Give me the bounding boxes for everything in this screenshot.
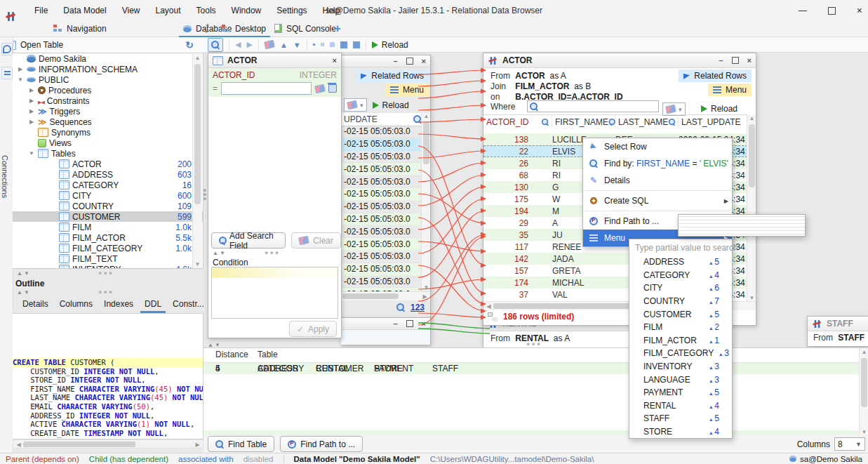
related-rows-button[interactable]: Related Rows — [356, 69, 429, 82]
table-menu-item[interactable]: CATEGORY 4 — [629, 269, 732, 282]
table-menu-item[interactable]: INVENTORY 3 — [629, 360, 732, 373]
related-rows-button[interactable]: Related Rows — [679, 69, 752, 82]
scroll-up-icon[interactable]: ▲ — [422, 113, 431, 119]
related-row[interactable]: -02-15 05:05:03.0 — [341, 188, 420, 201]
connection-list-button[interactable] — [1, 67, 13, 79]
related-row[interactable]: -02-15 05:05:03.0 — [341, 263, 420, 276]
menu-item[interactable]: Tools — [196, 6, 216, 15]
actor-window-titlebar[interactable]: ACTOR – × — [483, 53, 756, 68]
detail-tab[interactable]: Details — [18, 298, 53, 313]
related-row[interactable]: -02-15 05:05:03.0 — [341, 126, 420, 138]
scroll-up-icon[interactable]: ▲ — [193, 55, 202, 61]
menu-item[interactable]: File — [34, 6, 48, 15]
scroll-left-icon[interactable]: ◀ — [14, 442, 23, 448]
expand-arrow-icon[interactable]: ▶ — [28, 98, 35, 104]
zoom-select-button[interactable] — [208, 38, 223, 52]
scroll-thumb[interactable] — [861, 358, 867, 407]
open-table-button[interactable]: Open Table — [6, 40, 63, 50]
staff-titlebar[interactable]: STAFF — [808, 317, 868, 331]
tab-desktop[interactable]: Desktop — [218, 21, 270, 38]
where-input[interactable] — [527, 100, 659, 112]
scroll-right-icon[interactable]: ▶ — [420, 293, 429, 300]
tree-item[interactable]: CITY 600 — [13, 190, 203, 201]
zoom-level-4[interactable] — [340, 41, 347, 48]
closure-vscrollbar[interactable]: ▲ ▼ — [859, 348, 868, 436]
menu-item[interactable]: Window — [232, 6, 262, 15]
scroll-thumb[interactable] — [342, 293, 399, 299]
detail-tab[interactable]: Constr... — [168, 298, 208, 313]
closure-row[interactable]: 5 ADDRESSCUSTOMERPAYMENTSTAFF — [203, 363, 868, 374]
column-last-name[interactable]: LAST_NAME — [615, 115, 679, 128]
tab-new[interactable]: + — [330, 21, 345, 36]
panel-splitter-dots[interactable]: ●●● — [203, 188, 206, 201]
tree-item[interactable]: ACTOR 200 — [13, 159, 203, 169]
row-find-count[interactable]: 123 — [410, 303, 425, 312]
close-icon[interactable]: × — [747, 56, 752, 65]
reload-button[interactable]: Reload — [372, 40, 408, 50]
scroll-down-icon[interactable]: ▼ — [860, 429, 868, 435]
search-icon[interactable] — [608, 118, 612, 125]
tree-item[interactable]: FILM_CATEGORY 1.0k — [13, 243, 203, 253]
table-menu-item[interactable]: FILM 2 — [629, 321, 732, 334]
related-row[interactable]: -02-15 05:05:03.0 — [341, 276, 420, 289]
reload-button[interactable]: Reload — [701, 104, 737, 114]
related-row[interactable]: -02-15 05:05:03.0 — [341, 251, 420, 263]
condition-splitter-dots[interactable]: ●●● — [265, 249, 280, 256]
move-up-button[interactable]: ▲ — [280, 41, 288, 49]
search-icon[interactable] — [396, 303, 405, 312]
find-path-button[interactable]: Find Path to ... — [280, 436, 363, 452]
detail-tab[interactable]: Columns — [55, 298, 97, 313]
tab-navigation[interactable]: Navigation — [49, 21, 111, 36]
tree-item[interactable]: ▶ Sequences — [13, 117, 203, 127]
distance-column-header[interactable]: Distance — [215, 350, 248, 359]
column-last-update[interactable]: LAST_UPDATE — [679, 115, 747, 128]
column-first-name[interactable]: FIRST_NAME — [552, 115, 615, 128]
tree-item[interactable]: ▼ Tables — [13, 148, 203, 159]
close-icon[interactable]: × — [857, 5, 862, 16]
table-menu-item[interactable]: CITY 6 — [629, 281, 732, 295]
scroll-thumb[interactable] — [749, 124, 755, 187]
tree-item[interactable]: COUNTRY 109 — [13, 201, 203, 211]
table-menu-item[interactable]: CUSTOMER 5 — [629, 307, 732, 321]
minimize-icon[interactable]: – — [719, 56, 723, 65]
back-button[interactable]: ◀ — [235, 40, 241, 49]
tree-splitter-arrows[interactable]: ▲▼ — [17, 270, 31, 277]
data-model-label[interactable]: Data Model "Demo Sakila Model" — [283, 455, 420, 463]
scroll-thumb[interactable] — [23, 442, 135, 447]
table-menu-item[interactable]: STORE 4 — [629, 425, 732, 439]
related-window-titlebar[interactable]: – × — [341, 55, 430, 67]
tree-item[interactable]: FILM_TEXT — [13, 253, 203, 264]
maximize-icon[interactable] — [732, 57, 739, 64]
expand-arrow-icon[interactable]: ▼ — [17, 77, 24, 83]
find-table-button[interactable]: Find Table — [208, 436, 274, 452]
connection-indicator[interactable]: sa@Demo Sakila — [789, 455, 862, 463]
search-icon[interactable] — [542, 118, 549, 125]
minimize-icon[interactable]: – — [393, 57, 397, 65]
related-row[interactable]: -02-15 05:05:03.0 — [341, 138, 420, 151]
menu-item[interactable]: Data Model — [63, 6, 106, 15]
scroll-thumb[interactable] — [194, 64, 201, 204]
table-cell[interactable]: ADDRESS — [258, 364, 316, 373]
close-icon[interactable]: × — [422, 319, 426, 328]
related-hscrollbar[interactable]: ▶ — [341, 291, 430, 300]
maximize-icon[interactable] — [406, 320, 413, 327]
expand-arrow-icon[interactable]: ▶ — [28, 108, 35, 114]
menu-button[interactable]: Menu — [708, 84, 752, 96]
zoom-level-5[interactable] — [353, 41, 360, 48]
table-cell[interactable]: STAFF — [432, 364, 490, 373]
table-menu-item[interactable]: PAYMENT 5 — [629, 386, 732, 399]
operator-label[interactable]: = — [213, 84, 218, 93]
search-value-input[interactable] — [221, 82, 312, 95]
column-actor-id[interactable]: ACTOR_ID — [483, 115, 552, 128]
scroll-thumb[interactable] — [423, 122, 429, 164]
condition-splitter-arrows[interactable]: ▲▼ — [213, 250, 227, 256]
scroll-up-icon[interactable]: ▲ — [747, 115, 756, 121]
minimize-icon[interactable]: — — [799, 6, 807, 15]
fragment-titlebar[interactable]: – × — [341, 318, 430, 330]
apply-button[interactable]: ✓ Apply — [289, 321, 337, 337]
move-down-button[interactable]: ▼ — [293, 41, 301, 49]
tree-item[interactable]: ADDRESS 603 — [13, 169, 203, 180]
menu-item[interactable]: View — [122, 6, 140, 15]
menu-item[interactable]: Layout — [156, 6, 181, 15]
connection-button[interactable] — [1, 43, 13, 55]
